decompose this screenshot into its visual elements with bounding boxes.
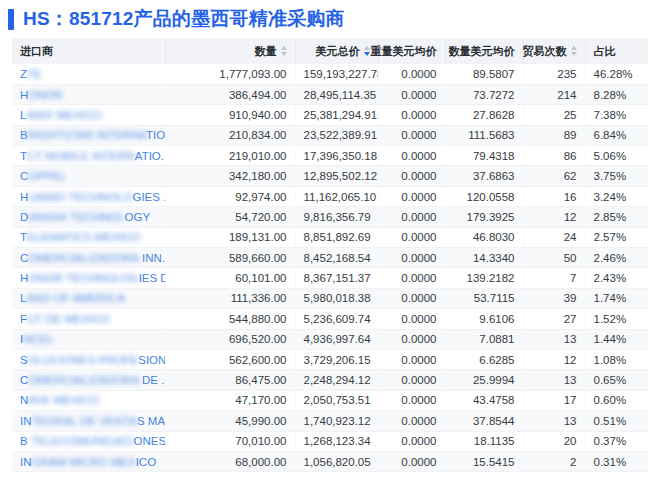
cell-importer: COPPEL — [12, 166, 165, 186]
sort-icon[interactable] — [364, 46, 370, 56]
cell-qty: 1,777,093.00 — [165, 64, 295, 84]
cell-share: 46.28% — [585, 64, 648, 84]
cell-weight_avg: 0.0000 — [378, 431, 445, 451]
cell-share: 2.46% — [585, 248, 648, 268]
cell-usd_total: 4,936,997.64 — [295, 329, 378, 349]
cell-importer: BRIGHTSTAR INTERNATIONAL — [12, 125, 165, 145]
header-row: 进口商数量美元总价重量美元均价数量美元均价贸易次数占比 — [12, 38, 648, 64]
importer-link[interactable]: DIANSHI TECHNOLOGY — [20, 211, 150, 223]
cell-trades: 24 — [523, 227, 585, 247]
cell-qty: 45,990.00 — [165, 411, 295, 431]
importer-visible-suffix: TIONAL — [146, 129, 165, 141]
importer-visible-prefix: T — [20, 231, 27, 243]
table-row: COMERCIALIZADORA INN... 589,660.008,452,… — [12, 248, 648, 268]
sort-icon[interactable] — [571, 46, 577, 56]
cell-importer: HONOR — [12, 84, 165, 104]
importer-link[interactable]: INCEL — [20, 333, 54, 345]
table-row: INGRAM MICRO MEXICO 68,000.001,056,820.0… — [12, 451, 648, 471]
cell-usd_total: 2,050,753.51 — [295, 390, 378, 410]
sort-descending-caret-icon[interactable] — [281, 52, 287, 56]
importer-link[interactable]: LAND OF AMERICA — [20, 292, 125, 304]
importer-link[interactable]: TCT MOBILE INTERNATIO... — [20, 150, 165, 162]
cell-qty_avg: 6.6285 — [445, 349, 523, 369]
cell-trades: 2 — [523, 451, 585, 471]
table-row: DIANSHI TECHNOLOGY 54,720.009,816,356.79… — [12, 207, 648, 227]
importer-link[interactable]: HONOR — [20, 89, 63, 101]
cell-weight_avg: 0.0000 — [378, 390, 445, 410]
importer-visible-suffix: ICO — [136, 456, 156, 468]
cell-qty_avg: 15.5415 — [445, 451, 523, 471]
cell-usd_total: 3,729,206.15 — [295, 349, 378, 369]
cell-share: 8.28% — [585, 84, 648, 104]
cell-qty: 189,131.00 — [165, 227, 295, 247]
column-label: 占比 — [594, 44, 616, 59]
cell-trades: 89 — [523, 125, 585, 145]
cell-qty: 544,880.00 — [165, 309, 295, 329]
column-header-trades[interactable]: 贸易次数 — [523, 38, 585, 64]
importer-link[interactable]: TELEMATICS MEXICO — [20, 231, 140, 243]
cell-qty_avg: 139.2182 — [445, 268, 523, 288]
table-row: NAVE MEXICO 47,170.002,050,753.510.00004… — [12, 390, 648, 410]
column-label: 美元总价 — [316, 44, 360, 59]
importer-visible-prefix: S — [20, 354, 28, 366]
importer-link[interactable]: INTEGRAL DE VENTAS MA... — [20, 415, 165, 427]
table-row: COMERCIALIZADORA DE ... 86,475.002,248,2… — [12, 370, 648, 390]
cell-trades: 86 — [523, 146, 585, 166]
cell-weight_avg: 0.0000 — [378, 248, 445, 268]
cell-trades: 13 — [523, 411, 585, 431]
importer-link[interactable]: ZTE — [20, 68, 42, 80]
cell-weight_avg: 0.0000 — [378, 146, 445, 166]
page-header: HS：851712产品的墨西哥精准采购商 — [0, 0, 655, 38]
cell-usd_total: 8,851,892.69 — [295, 227, 378, 247]
importer-link[interactable]: LANIX MEXICO — [20, 109, 102, 121]
cell-importer: INTEGRAL DE VENTAS MA... — [12, 411, 165, 431]
cell-share: 0.60% — [585, 390, 648, 410]
importer-visible-suffix: OGY — [125, 211, 151, 223]
cell-share: 6.84% — [585, 125, 648, 145]
sort-ascending-caret-icon[interactable] — [571, 46, 577, 50]
cell-importer: COMERCIALIZADORA DE ... — [12, 370, 165, 390]
sort-descending-caret-icon[interactable] — [571, 52, 577, 56]
column-header-usd_total[interactable]: 美元总价 — [295, 38, 378, 64]
cell-qty: 70,010.00 — [165, 431, 295, 451]
importer-link[interactable]: B TELECOMUNICACIONES... — [20, 435, 165, 447]
importer-link[interactable]: HONOR TECHNOLOGIES D... — [20, 272, 165, 284]
table-header: 进口商数量美元总价重量美元均价数量美元均价贸易次数占比 — [12, 38, 648, 64]
cell-usd_total: 8,367,151.37 — [295, 268, 378, 288]
cell-trades: 17 — [523, 390, 585, 410]
sort-ascending-caret-icon[interactable] — [281, 46, 287, 50]
cell-importer: ZTE — [12, 64, 165, 84]
sort-icon[interactable] — [281, 46, 287, 56]
cell-usd_total: 9,816,356.79 — [295, 207, 378, 227]
cell-weight_avg: 0.0000 — [378, 451, 445, 471]
cell-weight_avg: 0.0000 — [378, 227, 445, 247]
column-header-qty[interactable]: 数量 — [165, 38, 295, 64]
importer-link[interactable]: COMERCIALIZADORA INN... — [20, 252, 165, 264]
cell-importer: LANIX MEXICO — [12, 105, 165, 125]
column-label: 重量美元均价 — [371, 44, 437, 59]
importer-link[interactable]: SOLUCIONES PROFESION... — [20, 354, 165, 366]
importer-link[interactable]: INGRAM MICRO MEXICO — [20, 456, 156, 468]
importer-link[interactable]: COMERCIALIZADORA DE ... — [20, 374, 165, 386]
importer-link[interactable]: COPPEL — [20, 170, 67, 182]
importer-link[interactable]: BRIGHTSTAR INTERNATIONAL — [20, 129, 165, 141]
table-row: LAND OF AMERICA 111,336.005,980,018.380.… — [12, 288, 648, 308]
importer-link[interactable]: FUT DE MEXICO — [20, 313, 110, 325]
importer-redacted-text: AND OF AMERICA — [26, 292, 124, 304]
table-body: ZTE 1,777,093.00159,193,227.780.000089.5… — [12, 64, 648, 472]
column-label: 贸易次数 — [523, 44, 567, 59]
cell-trades: 12 — [523, 207, 585, 227]
importer-link[interactable]: HUAWEI TECHNOLOGIES ... — [20, 191, 165, 203]
cell-qty: 54,720.00 — [165, 207, 295, 227]
importer-visible-suffix: ATIO... — [135, 150, 165, 162]
table-row: HONOR TECHNOLOGIES D... 60,101.008,367,1… — [12, 268, 648, 288]
table-row: INCEL 696,520.004,936,997.640.00007.0881… — [12, 329, 648, 349]
sort-ascending-caret-icon[interactable] — [364, 46, 370, 50]
cell-importer: HUAWEI TECHNOLOGIES ... — [12, 186, 165, 206]
column-label: 数量美元均价 — [449, 44, 515, 59]
cell-usd_total: 28,495,114.35 — [295, 84, 378, 104]
sort-descending-caret-icon[interactable] — [364, 52, 370, 56]
table-row: TELEMATICS MEXICO 189,131.008,851,892.69… — [12, 227, 648, 247]
importer-link[interactable]: NAVE MEXICO — [20, 394, 99, 406]
importer-visible-prefix: F — [20, 313, 27, 325]
